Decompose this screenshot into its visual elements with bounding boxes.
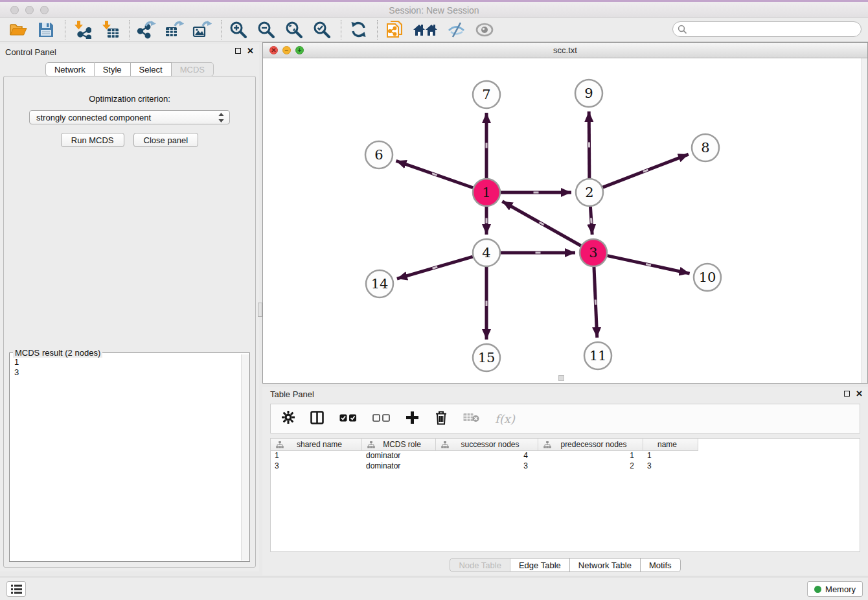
table-columns-icon[interactable] [310, 411, 324, 427]
edge-label-mark [590, 218, 593, 223]
edge-label-mark [588, 142, 590, 147]
add-column-icon[interactable] [405, 411, 419, 427]
tab-style[interactable]: Style [95, 62, 131, 76]
tab-select[interactable]: Select [131, 62, 172, 76]
memory-button[interactable]: Memory [807, 581, 863, 597]
graph-node-label: 14 [371, 276, 389, 292]
close-panel-button[interactable]: Close panel [133, 133, 199, 147]
refresh-icon[interactable] [348, 19, 369, 40]
toolbar-separator [221, 20, 222, 40]
zoom-in-icon[interactable] [228, 19, 249, 40]
tab-mcds[interactable]: MCDS [172, 62, 214, 76]
search-input[interactable] [687, 23, 861, 35]
table-row[interactable]: 1dominator411 [271, 451, 860, 461]
graph-node-label: 1 [482, 185, 490, 200]
float-table-panel-icon[interactable] [844, 391, 850, 397]
search-icon [678, 25, 687, 34]
hide-selected-eye-icon[interactable] [446, 19, 467, 40]
column-header-predecessor-nodes[interactable]: predecessor nodes [538, 439, 643, 451]
open-session-icon[interactable] [8, 19, 29, 40]
node-table: shared nameMCDS rolesuccessor nodesprede… [270, 438, 860, 552]
table-cell[interactable]: 2 [538, 461, 643, 472]
column-header-mcds-role[interactable]: MCDS role [362, 439, 436, 451]
edge-label-mark [595, 299, 597, 305]
canvas-scroll-grip[interactable] [558, 375, 564, 381]
criterion-select[interactable]: strongly connected component [29, 110, 230, 124]
table-panel-title: Table Panel [270, 389, 314, 399]
mcds-result-list[interactable]: 13 [10, 355, 240, 561]
canvas-vertical-scrollbar[interactable] [862, 58, 867, 383]
import-network-icon[interactable] [72, 19, 93, 40]
export-network-icon[interactable] [136, 19, 157, 40]
table-panel: Table Panel ✕ [262, 387, 868, 575]
graph-node-label: 7 [482, 87, 490, 102]
table-cell[interactable]: 3 [271, 461, 362, 472]
table-cell[interactable]: 1 [538, 451, 643, 461]
network-graph: 7968124314101511 [263, 58, 867, 384]
zoom-fit-icon[interactable] [284, 19, 304, 40]
network-window-titlebar[interactable]: ✕ − + scc.txt [263, 43, 867, 58]
panel-divider-handle[interactable] [258, 303, 262, 317]
tab-motifs[interactable]: Motifs [641, 558, 681, 572]
list-icon [11, 584, 22, 594]
main-toolbar [0, 17, 868, 42]
result-line: 3 [14, 367, 240, 378]
graph-node-label: 3 [589, 245, 597, 260]
export-image-icon[interactable] [192, 19, 212, 40]
toolbar-separator [341, 20, 341, 40]
table-tabs: Node TableEdge TableNetwork TableMotifs [262, 558, 868, 572]
control-panel-tabs: NetworkStyleSelectMCDS [0, 62, 259, 76]
table-cell[interactable]: 4 [436, 451, 538, 461]
table-body: 1dominator4113dominator323 [271, 451, 860, 472]
graph-node-label: 9 [584, 86, 593, 101]
delete-table-icon [463, 412, 479, 425]
graph-node-label: 11 [589, 348, 607, 363]
result-scrollbar[interactable] [241, 354, 249, 560]
edge-label-mark [486, 218, 488, 224]
search-field[interactable] [672, 21, 862, 37]
float-panel-icon[interactable] [235, 48, 241, 54]
duplicate-network-icon[interactable] [384, 19, 405, 40]
tab-node-table[interactable]: Node Table [450, 558, 510, 572]
close-panel-icon[interactable]: ✕ [247, 48, 254, 54]
deselect-all-icon[interactable] [372, 413, 390, 424]
table-cell[interactable]: 1 [271, 451, 362, 461]
table-cell[interactable]: 3 [643, 461, 698, 472]
select-all-icon[interactable] [339, 413, 357, 424]
table-cell[interactable]: dominator [362, 461, 436, 472]
show-selected-eye-icon [474, 19, 495, 40]
table-cell[interactable]: 1 [643, 451, 698, 461]
save-session-icon[interactable] [36, 19, 56, 40]
table-cell[interactable]: 3 [436, 461, 538, 472]
toolbar-separator [65, 20, 65, 40]
import-table-icon[interactable] [100, 19, 120, 40]
edge-label-mark [534, 192, 539, 194]
tab-network[interactable]: Network [45, 62, 95, 76]
toolbar-separator [129, 20, 130, 40]
delete-column-icon[interactable] [435, 410, 448, 428]
network-view-window: ✕ − + scc.txt 7968124314101511 [262, 42, 868, 384]
memory-status-icon [814, 586, 821, 593]
run-mcds-button[interactable]: Run MCDS [61, 133, 124, 147]
tab-network-table[interactable]: Network Table [570, 558, 641, 572]
export-table-icon[interactable] [164, 19, 185, 40]
column-header-name[interactable]: name [643, 439, 698, 451]
column-header-successor-nodes[interactable]: successor nodes [436, 439, 538, 451]
zoom-selected-icon[interactable] [312, 19, 332, 40]
control-panel: Control Panel ✕ NetworkStyleSelectMCDS O… [0, 44, 259, 571]
optimization-criterion-label: Optimization criterion: [4, 94, 255, 104]
show-all-networks-icon[interactable] [412, 19, 439, 40]
table-settings-icon[interactable] [282, 411, 295, 426]
app-title: Session: New Session [0, 5, 868, 16]
table-cell[interactable]: dominator [362, 451, 436, 461]
close-table-panel-icon[interactable]: ✕ [856, 391, 863, 397]
edge-label-mark [486, 301, 488, 306]
network-canvas[interactable]: 7968124314101511 [263, 58, 867, 383]
table-row[interactable]: 3dominator323 [271, 461, 860, 472]
task-history-button[interactable] [6, 581, 26, 597]
column-header-shared-name[interactable]: shared name [271, 439, 362, 451]
tab-edge-table[interactable]: Edge Table [510, 558, 570, 572]
zoom-out-icon[interactable] [256, 19, 277, 40]
status-bar: Memory [0, 577, 868, 600]
network-window-title: scc.txt [263, 45, 867, 55]
